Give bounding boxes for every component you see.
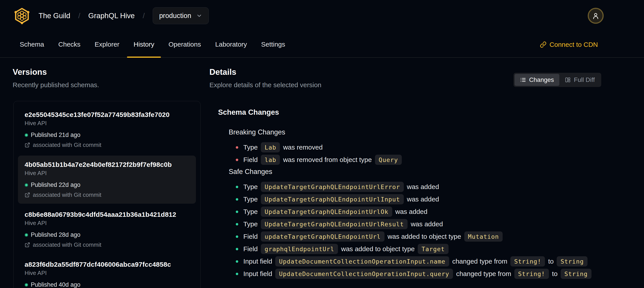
version-card[interactable]: a823f6db2a55df877dcf406006abca97fcc4858c… xyxy=(18,255,196,288)
git-commit-label: associated with Git commit xyxy=(33,191,101,198)
version-list: e2e55045345ce13fe07f52a77459b83fa3fe7020… xyxy=(13,101,200,288)
breaking-changes-heading: Breaking Changes xyxy=(229,128,626,136)
version-card[interactable]: c8b6e88a06793b9c4dfd54aaa21b36a1b421d812… xyxy=(18,205,196,254)
chevron-down-icon xyxy=(196,13,202,19)
main-nav-tabs: Schema Checks Explorer History Operation… xyxy=(0,32,644,58)
safe-change-row: Type UpdateTargetGraphQLEndpointUrlResul… xyxy=(229,219,626,229)
git-commit-link[interactable]: associated with Git commit xyxy=(24,191,189,198)
version-card-selected[interactable]: 4b05ab51b1b4a7e2e4b0ef82172f2b9f7ef98c0b… xyxy=(18,156,196,204)
target-selector-value: production xyxy=(159,12,191,20)
code-chip: UpdateTargetGraphQLEndpointUrlError xyxy=(261,182,404,192)
versions-subtitle: Recently published schemas. xyxy=(13,81,99,89)
change-text: Field xyxy=(243,156,258,164)
schema-changes-panel: Schema Changes Breaking Changes Type Lab… xyxy=(218,108,626,281)
git-commit-link[interactable]: associated with Git commit xyxy=(24,142,189,148)
version-service: Hive API xyxy=(24,269,189,276)
hive-logo-icon[interactable] xyxy=(13,7,30,25)
code-chip: graphqlEndpointUrl xyxy=(261,244,338,254)
tab-label: Schema xyxy=(20,41,44,48)
safe-bullet-icon xyxy=(236,186,238,188)
safe-bullet-icon xyxy=(236,235,238,238)
version-published-row: Published 22d ago xyxy=(24,181,189,188)
full-diff-view-label: Full Diff xyxy=(574,76,595,83)
external-link-icon xyxy=(24,242,30,248)
change-text: Field xyxy=(243,245,258,253)
code-chip: String! xyxy=(510,256,545,266)
safe-changes-section: Safe Changes Type UpdateTargetGraphQLEnd… xyxy=(229,168,626,279)
safe-changes-heading: Safe Changes xyxy=(229,168,626,176)
breaking-bullet-icon xyxy=(236,146,238,149)
full-diff-view-button[interactable]: Full Diff xyxy=(559,74,600,86)
user-menu-button[interactable] xyxy=(588,8,604,24)
published-status-dot-icon xyxy=(24,183,28,187)
code-chip: Target xyxy=(418,244,448,254)
tab-checks[interactable]: Checks xyxy=(52,32,87,57)
version-service: Hive API xyxy=(24,220,189,226)
code-chip: Lab xyxy=(261,142,280,152)
change-text: changed type from xyxy=(452,258,507,265)
change-text: was added xyxy=(411,220,443,228)
code-chip: UpdateTargetGraphQLEndpointUrlOk xyxy=(261,207,392,217)
git-commit-label: associated with Git commit xyxy=(33,241,101,248)
connect-to-cdn-button[interactable]: Connect to CDN xyxy=(540,32,598,58)
breadcrumb-separator: / xyxy=(78,12,80,20)
breaking-changes-section: Breaking Changes Type Lab was removed Fi… xyxy=(229,128,626,165)
version-published-row: Published 28d ago xyxy=(24,231,189,238)
tab-label: Explorer xyxy=(95,41,120,48)
version-published-label: Published 40d ago xyxy=(31,281,80,288)
changes-view-button[interactable]: Changes xyxy=(514,74,559,86)
breaking-change-row: Type Lab was removed xyxy=(229,142,626,153)
change-text: was added to object type xyxy=(341,245,415,253)
change-text: Input field xyxy=(243,270,272,277)
link-icon xyxy=(540,41,546,48)
version-hash: e2e55045345ce13fe07f52a77459b83fa3fe7020 xyxy=(24,111,189,119)
safe-change-row: Field graphqlEndpointUrl was added to ob… xyxy=(229,244,626,254)
code-chip: String xyxy=(557,256,588,266)
git-commit-label: associated with Git commit xyxy=(33,142,101,148)
safe-bullet-icon xyxy=(236,223,238,225)
tab-label: Checks xyxy=(58,41,80,48)
change-text: Type xyxy=(243,183,258,191)
details-view-toggle: Changes Full Diff xyxy=(514,73,601,87)
external-link-icon xyxy=(24,142,30,148)
breadcrumb-project[interactable]: GraphQL Hive xyxy=(88,12,135,20)
breaking-bullet-icon xyxy=(236,159,238,161)
breadcrumb-separator: / xyxy=(143,12,145,20)
code-chip: Mutation xyxy=(464,231,503,242)
safe-change-row: Type UpdateTargetGraphQLEndpointUrlOk wa… xyxy=(229,206,626,217)
code-chip: lab xyxy=(261,155,280,165)
published-status-dot-icon xyxy=(24,283,28,287)
code-chip: UpdateDocumentCollectionOperationInput.q… xyxy=(275,269,453,279)
tab-settings[interactable]: Settings xyxy=(254,32,292,57)
change-text: Type xyxy=(243,208,258,215)
change-text: to xyxy=(548,258,554,265)
breadcrumb-org[interactable]: The Guild xyxy=(38,12,70,20)
safe-bullet-icon xyxy=(236,198,238,201)
safe-change-row: Type UpdateTargetGraphQLEndpointUrlInput… xyxy=(229,194,626,205)
git-commit-link[interactable]: associated with Git commit xyxy=(24,241,189,248)
change-text: was added xyxy=(395,208,428,215)
safe-bullet-icon xyxy=(236,260,238,263)
tab-history[interactable]: History xyxy=(127,32,161,57)
versions-title: Versions xyxy=(13,68,47,77)
tab-laboratory[interactable]: Laboratory xyxy=(208,32,254,57)
details-subtitle: Explore details of the selected version xyxy=(210,81,321,89)
target-selector[interactable]: production xyxy=(153,7,209,24)
published-status-dot-icon xyxy=(24,133,28,137)
version-published-label: Published 28d ago xyxy=(31,231,80,238)
tab-operations[interactable]: Operations xyxy=(162,32,208,57)
breaking-change-row: Field lab was removed from object type Q… xyxy=(229,154,626,165)
code-chip: UpdateTargetGraphQLEndpointUrlInput xyxy=(261,194,404,204)
code-chip: UpdateTargetGraphQLEndpointUrlResult xyxy=(261,219,408,229)
version-hash: 4b05ab51b1b4a7e2e4b0ef82172f2b9f7ef98c0b xyxy=(24,161,189,168)
change-text: to xyxy=(552,270,558,277)
version-published-label: Published 22d ago xyxy=(31,181,80,188)
version-card[interactable]: e2e55045345ce13fe07f52a77459b83fa3fe7020… xyxy=(18,106,196,154)
change-text: Type xyxy=(243,144,258,151)
version-hash: a823f6db2a55df877dcf406006abca97fcc4858c xyxy=(24,261,189,268)
safe-change-row: Input field UpdateDocumentCollectionOper… xyxy=(229,256,626,267)
change-text: Type xyxy=(243,195,258,203)
tab-explorer[interactable]: Explorer xyxy=(88,32,126,57)
tab-schema[interactable]: Schema xyxy=(13,32,51,57)
safe-change-row: Input field UpdateDocumentCollectionOper… xyxy=(229,268,626,279)
